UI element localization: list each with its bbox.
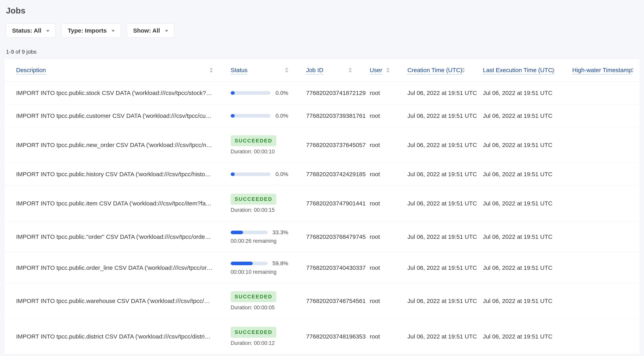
cell-highwater	[560, 319, 640, 354]
cell-creation-time: Jul 06, 2022 at 19:51 UTC	[396, 283, 471, 319]
cell-job-id: 776820203768479745	[294, 221, 358, 252]
cell-description: IMPORT INTO tpcc.public.item CSV DATA ('…	[4, 186, 219, 221]
cell-status: 0.0%	[219, 105, 294, 127]
sort-icon	[462, 68, 465, 73]
progress-subtext: 00:00:10 remaining	[231, 269, 288, 275]
cell-status: SUCCEEDEDDuration: 00:00:12	[219, 319, 294, 354]
cell-job-id: 776820203742429185	[294, 163, 358, 186]
show-filter-button[interactable]: Show: All	[127, 24, 174, 38]
cell-creation-time: Jul 06, 2022 at 19:51 UTC	[396, 186, 471, 221]
table-row[interactable]: IMPORT INTO tpcc.public.item CSV DATA ('…	[4, 186, 640, 221]
progress-bar	[231, 114, 270, 118]
col-highwater[interactable]: High-water Timestamp	[560, 59, 640, 82]
cell-description: IMPORT INTO tpcc.public.history CSV DATA…	[4, 163, 219, 186]
cell-status: 33.3%00:00:26 remaining	[219, 221, 294, 252]
page-title: Jobs	[6, 6, 640, 16]
cell-creation-time: Jul 06, 2022 at 19:51 UTC	[396, 252, 471, 283]
progress-percentage: 59.8%	[272, 260, 288, 267]
table-row[interactable]: IMPORT INTO tpcc.public.history CSV DATA…	[4, 163, 640, 186]
cell-description: IMPORT INTO tpcc.public."order" CSV DATA…	[4, 221, 219, 252]
cell-creation-time: Jul 06, 2022 at 19:51 UTC	[396, 163, 471, 186]
cell-job-id: 776820203740430337	[294, 252, 358, 283]
result-count: 1-9 of 9 jobs	[6, 49, 640, 55]
status-badge: SUCCEEDED	[231, 291, 276, 302]
cell-description: IMPORT INTO tpcc.public.warehouse CSV DA…	[4, 283, 219, 319]
progress-subtext: 00:00:26 remaining	[231, 238, 288, 244]
sort-icon	[551, 68, 554, 73]
cell-last-exec-time: Jul 06, 2022 at 19:51 UTC	[471, 163, 560, 186]
cell-description: IMPORT INTO tpcc.public.customer CSV DAT…	[4, 105, 219, 127]
sort-icon	[386, 68, 390, 73]
status-filter-label: Status: All	[12, 27, 41, 34]
cell-status: 59.8%00:00:10 remaining	[219, 252, 294, 283]
cell-highwater	[560, 127, 640, 163]
progress-bar	[231, 231, 268, 234]
col-description-label: Description	[16, 67, 46, 75]
cell-job-id: 776820203747901441	[294, 186, 358, 221]
col-last-exec-time[interactable]: Last Execution Time (UTC)	[471, 59, 560, 82]
col-last-exec-time-label: Last Execution Time (UTC)	[483, 67, 554, 75]
table-row[interactable]: IMPORT INTO tpcc.public.order_line CSV D…	[4, 252, 640, 283]
cell-highwater	[560, 163, 640, 186]
table-row[interactable]: IMPORT INTO tpcc.public.stock CSV DATA (…	[4, 82, 640, 105]
col-user-label: User	[370, 67, 382, 75]
cell-status: SUCCEEDEDDuration: 00:00:15	[219, 186, 294, 221]
cell-last-exec-time: Jul 06, 2022 at 19:51 UTC	[471, 105, 560, 127]
col-creation-time-label: Creation Time (UTC)	[407, 67, 462, 75]
cell-last-exec-time: Jul 06, 2022 at 19:51 UTC	[471, 283, 560, 319]
col-user[interactable]: User	[358, 59, 396, 82]
cell-description: IMPORT INTO tpcc.public.order_line CSV D…	[4, 252, 219, 283]
cell-job-id: 776820203746754561	[294, 283, 358, 319]
status-badge: SUCCEEDED	[231, 327, 276, 338]
col-status-label: Status	[231, 67, 248, 75]
filters-row: Status: All Type: Imports Show: All	[6, 24, 640, 38]
col-highwater-label: High-water Timestamp	[572, 67, 632, 75]
col-job-id-label: Job ID	[306, 67, 324, 75]
table-row[interactable]: IMPORT INTO tpcc.public."order" CSV DATA…	[4, 221, 640, 252]
cell-last-exec-time: Jul 06, 2022 at 19:51 UTC	[471, 221, 560, 252]
cell-creation-time: Jul 06, 2022 at 19:51 UTC	[396, 127, 471, 163]
type-filter-button[interactable]: Type: Imports	[62, 24, 121, 38]
duration-label: Duration: 00:00:15	[231, 207, 288, 213]
cell-creation-time: Jul 06, 2022 at 19:51 UTC	[396, 105, 471, 127]
cell-creation-time: Jul 06, 2022 at 19:51 UTC	[396, 319, 471, 354]
type-filter-label: Type: Imports	[68, 27, 106, 34]
sort-icon	[631, 68, 634, 73]
col-creation-time[interactable]: Creation Time (UTC)	[396, 59, 471, 82]
chevron-down-icon	[112, 30, 115, 32]
cell-status: 0.0%	[219, 82, 294, 105]
chevron-down-icon	[165, 30, 168, 32]
cell-last-exec-time: Jul 06, 2022 at 19:51 UTC	[471, 319, 560, 354]
table-row[interactable]: IMPORT INTO tpcc.public.warehouse CSV DA…	[4, 283, 640, 319]
col-job-id[interactable]: Job ID	[294, 59, 358, 82]
cell-job-id: 776820203741872129	[294, 82, 358, 105]
status-badge: SUCCEEDED	[231, 194, 276, 205]
cell-highwater	[560, 105, 640, 127]
cell-last-exec-time: Jul 06, 2022 at 19:51 UTC	[471, 127, 560, 163]
cell-highwater	[560, 186, 640, 221]
cell-job-id: 776820203737645057	[294, 127, 358, 163]
sort-icon	[285, 68, 288, 73]
status-filter-button[interactable]: Status: All	[6, 24, 56, 38]
jobs-table: Description Status Job ID User Creation …	[4, 59, 640, 354]
progress-bar	[231, 172, 270, 176]
progress-bar	[231, 91, 270, 95]
cell-creation-time: Jul 06, 2022 at 19:51 UTC	[396, 221, 471, 252]
sort-icon	[348, 68, 352, 73]
duration-label: Duration: 00:00:05	[231, 304, 288, 311]
sort-icon	[210, 68, 213, 73]
cell-highwater	[560, 82, 640, 105]
cell-last-exec-time: Jul 06, 2022 at 19:51 UTC	[471, 186, 560, 221]
table-row[interactable]: IMPORT INTO tpcc.public.new_order CSV DA…	[4, 127, 640, 163]
cell-status: SUCCEEDEDDuration: 00:00:10	[219, 127, 294, 163]
col-status[interactable]: Status	[219, 59, 294, 82]
duration-label: Duration: 00:00:10	[231, 149, 288, 155]
progress-percentage: 0.0%	[276, 171, 288, 177]
progress-percentage: 0.0%	[276, 90, 288, 96]
table-row[interactable]: IMPORT INTO tpcc.public.customer CSV DAT…	[4, 105, 640, 127]
chevron-down-icon	[46, 30, 50, 32]
table-row[interactable]: IMPORT INTO tpcc.public.district CSV DAT…	[4, 319, 640, 354]
progress-percentage: 0.0%	[276, 113, 288, 119]
cell-status: SUCCEEDEDDuration: 00:00:05	[219, 283, 294, 319]
col-description[interactable]: Description	[4, 59, 219, 82]
